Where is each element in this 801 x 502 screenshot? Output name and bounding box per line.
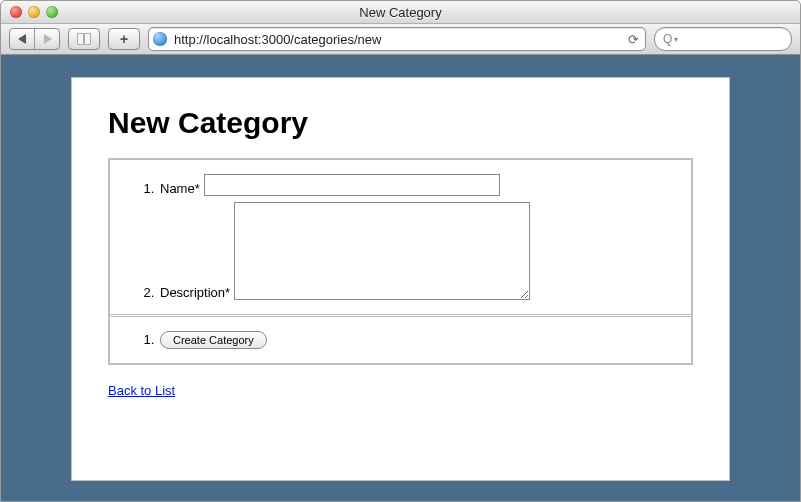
window-controls — [1, 6, 58, 18]
name-input[interactable] — [204, 174, 500, 196]
form-panel: Name* Description* — [108, 158, 693, 365]
window-title: New Category — [1, 5, 800, 20]
browser-window: New Category + ⟳ Q ▾ — [0, 0, 801, 502]
chevron-down-icon: ▾ — [674, 35, 678, 44]
book-icon — [77, 33, 91, 45]
globe-icon — [153, 32, 167, 46]
viewport: New Category Name* Description* — [1, 55, 800, 502]
nav-buttons — [9, 28, 60, 50]
form-fields-section: Name* Description* — [110, 160, 691, 314]
create-category-button[interactable]: Create Category — [160, 331, 267, 349]
form-actions-section: Create Category — [110, 314, 691, 363]
search-bar[interactable]: Q ▾ — [654, 27, 792, 51]
close-window-button[interactable] — [10, 6, 22, 18]
titlebar: New Category — [1, 1, 800, 24]
url-input[interactable] — [172, 31, 625, 48]
back-button[interactable] — [10, 29, 34, 49]
submit-row: Create Category — [158, 331, 677, 349]
forward-button[interactable] — [34, 29, 59, 49]
zoom-window-button[interactable] — [46, 6, 58, 18]
back-to-list-link[interactable]: Back to List — [108, 383, 175, 398]
field-name-row: Name* — [158, 174, 677, 196]
name-label: Name* — [160, 181, 200, 196]
triangle-left-icon — [18, 34, 27, 44]
triangle-right-icon — [43, 34, 52, 44]
description-input[interactable] — [234, 202, 530, 300]
reload-button[interactable]: ⟳ — [625, 32, 641, 47]
browser-toolbar: + ⟳ Q ▾ — [1, 24, 800, 55]
description-label: Description* — [160, 285, 230, 300]
reload-icon: ⟳ — [628, 32, 639, 47]
search-input[interactable] — [682, 31, 801, 47]
plus-icon: + — [120, 31, 128, 47]
add-bookmark-button[interactable]: + — [108, 28, 140, 50]
page-content: New Category Name* Description* — [71, 77, 730, 481]
minimize-window-button[interactable] — [28, 6, 40, 18]
field-description-row: Description* — [158, 202, 677, 300]
page-heading: New Category — [108, 106, 693, 140]
bookmarks-button[interactable] — [68, 28, 100, 50]
url-bar[interactable]: ⟳ — [148, 27, 646, 51]
search-icon: Q — [663, 32, 672, 46]
